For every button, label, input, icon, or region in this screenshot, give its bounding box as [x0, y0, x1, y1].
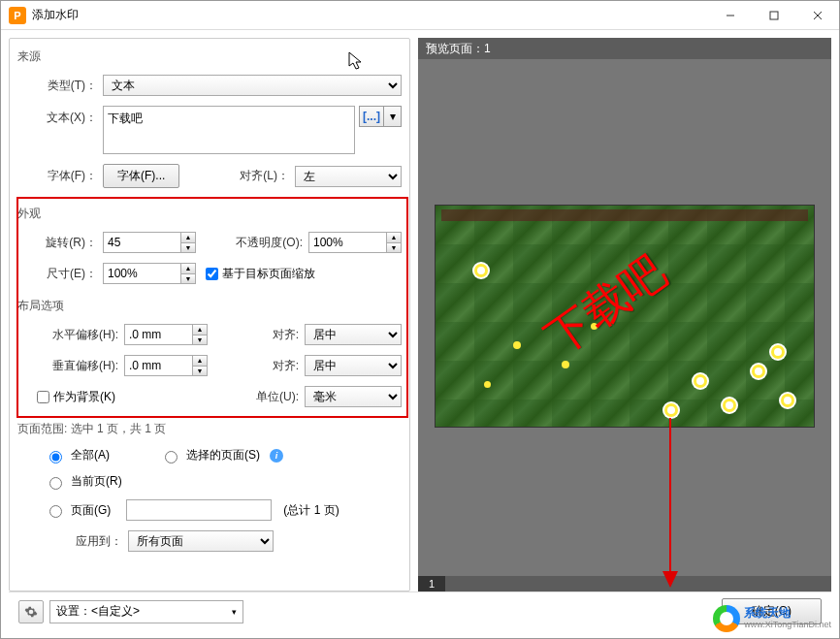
- preview-header: 预览页面：1: [418, 38, 831, 59]
- rotate-input[interactable]: [103, 232, 180, 253]
- window-title: 添加水印: [32, 7, 708, 23]
- info-icon: i: [270, 449, 283, 463]
- section-appearance-title: 外观: [17, 206, 402, 222]
- layout-align2-label: 对齐:: [266, 358, 305, 374]
- layout-align2-select[interactable]: 居中: [305, 355, 402, 376]
- page-indicator[interactable]: 1: [418, 576, 445, 591]
- radio-current-label: 当前页(R): [71, 473, 122, 490]
- text-align-label: 对齐(L)：: [237, 168, 295, 184]
- main-split: 来源 类型(T)： 文本 文本(X)： 下载吧 [...] ▾ 字体(F)： 字…: [9, 38, 831, 591]
- scale-checkbox-wrap[interactable]: 基于目标页面缩放: [206, 266, 315, 282]
- apply-select[interactable]: 所有页面: [128, 530, 274, 552]
- window: P 添加水印 来源 类型(T)： 文本 文本: [0, 0, 840, 639]
- settings-preset-combo[interactable]: 设置：<自定义>: [49, 600, 243, 623]
- opacity-input[interactable]: [308, 232, 386, 253]
- type-label: 类型(T)：: [17, 78, 103, 94]
- preview-body[interactable]: 下载吧: [418, 59, 831, 576]
- layout-align1-label: 对齐:: [266, 327, 305, 343]
- radio-all-label: 全部(A): [71, 447, 110, 463]
- left-panel: 来源 类型(T)： 文本 文本(X)： 下载吧 [...] ▾ 字体(F)： 字…: [9, 38, 410, 591]
- radio-current[interactable]: [49, 477, 62, 490]
- unit-label: 单位(U):: [250, 389, 305, 405]
- svg-rect-1: [770, 12, 778, 19]
- unit-select[interactable]: 毫米: [305, 386, 402, 407]
- pages-total: (总计 1 页): [283, 502, 339, 519]
- font-label: 字体(F)：: [17, 168, 103, 184]
- hoffset-spinner[interactable]: ▲▼: [192, 324, 208, 345]
- rotate-spinner[interactable]: ▲▼: [180, 232, 196, 253]
- as-bg-label: 作为背景(K): [53, 389, 115, 405]
- rotate-label: 旋转(R)：: [17, 235, 103, 251]
- type-select[interactable]: 文本: [103, 75, 402, 96]
- branding-line1: 系统天地: [744, 607, 831, 620]
- scale-checkbox-label: 基于目标页面缩放: [222, 266, 315, 282]
- voffset-input[interactable]: [124, 355, 192, 376]
- size-label: 尺寸(E)：: [17, 266, 103, 282]
- preview-image: 下载吧: [435, 205, 815, 428]
- voffset-label: 垂直偏移(H):: [17, 358, 124, 374]
- section-layout-title: 布局选项: [17, 298, 402, 314]
- close-icon: [813, 11, 823, 20]
- voffset-spinner[interactable]: ▲▼: [192, 355, 208, 376]
- scale-checkbox[interactable]: [206, 268, 218, 280]
- body: 来源 类型(T)： 文本 文本(X)： 下载吧 [...] ▾ 字体(F)： 字…: [1, 30, 839, 638]
- radio-pages-label: 页面(G): [71, 502, 111, 519]
- radio-pages[interactable]: [49, 505, 62, 518]
- section-source-title: 来源: [17, 48, 402, 65]
- titlebar: P 添加水印: [1, 1, 839, 30]
- right-panel: 预览页面：1 下载吧: [418, 38, 831, 591]
- minimize-icon: [726, 11, 735, 20]
- opacity-label: 不透明度(O):: [236, 235, 308, 251]
- apply-label: 应用到：: [76, 533, 128, 550]
- close-button[interactable]: [795, 1, 839, 29]
- radio-selected-label: 选择的页面(S): [186, 447, 260, 463]
- preview-trial-bar: [441, 209, 808, 221]
- settings-preset-label: 设置：<自定义>: [56, 603, 140, 620]
- size-input[interactable]: [103, 263, 180, 284]
- size-spinner[interactable]: ▲▼: [180, 263, 196, 284]
- footer: 设置：<自定义> 确定(O): [9, 591, 831, 630]
- text-align-select[interactable]: 左: [295, 166, 402, 187]
- branding-line2: www.XiTongTianDi.net: [744, 621, 831, 630]
- macro-dropdown-button[interactable]: ▾: [384, 106, 402, 127]
- as-bg-checkbox[interactable]: [37, 391, 49, 403]
- text-input[interactable]: 下载吧: [103, 106, 355, 154]
- app-icon: P: [9, 7, 26, 24]
- hoffset-label: 水平偏移(H):: [17, 327, 124, 343]
- branding-logo-icon: [713, 605, 740, 632]
- text-label: 文本(X)：: [17, 106, 103, 126]
- page-indicator-bar: 1: [418, 576, 831, 591]
- macro-button[interactable]: [...]: [359, 106, 384, 127]
- maximize-icon: [769, 11, 779, 20]
- hoffset-input[interactable]: [124, 324, 192, 345]
- radio-selected[interactable]: [165, 451, 178, 463]
- gear-icon: [24, 605, 38, 619]
- maximize-button[interactable]: [752, 1, 795, 29]
- layout-align1-select[interactable]: 居中: [305, 324, 402, 345]
- branding-stamp: 系统天地 www.XiTongTianDi.net: [713, 605, 831, 632]
- settings-gear-button[interactable]: [18, 600, 44, 623]
- section-pagerange-title: 页面范围: 选中 1 页，共 1 页: [17, 421, 402, 437]
- font-button[interactable]: 字体(F)...: [103, 164, 179, 188]
- watermark-preview-text: 下载吧: [533, 242, 678, 368]
- window-controls: [708, 1, 839, 29]
- pages-input[interactable]: [126, 499, 272, 521]
- radio-all[interactable]: [49, 451, 62, 463]
- opacity-spinner[interactable]: ▲▼: [386, 232, 402, 253]
- minimize-button[interactable]: [708, 1, 752, 29]
- as-bg-checkbox-wrap[interactable]: 作为背景(K): [37, 389, 115, 405]
